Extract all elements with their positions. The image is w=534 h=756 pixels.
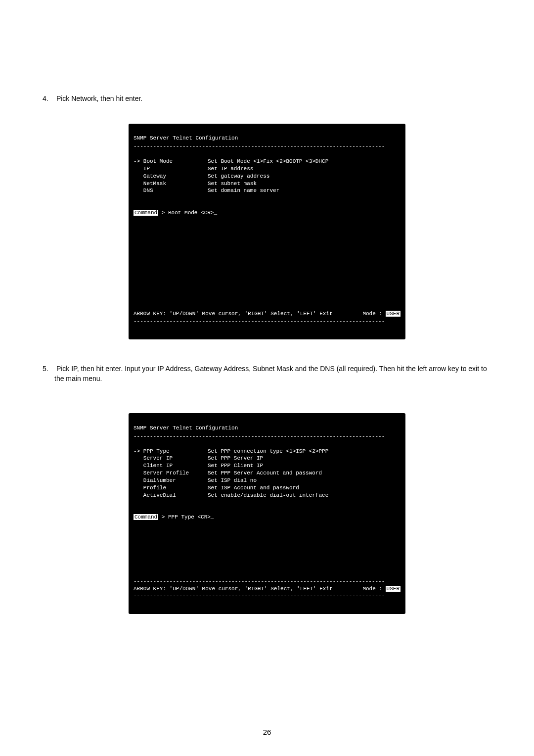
terminal1-status-bar: ARROW KEY: 'UP/DOWN' Move cursor, 'RIGHT… xyxy=(134,310,400,318)
menu-item-dialnumber: DialNumberSet ISP dial no xyxy=(134,477,400,484)
menu-item-dns: DNSSet domain name server xyxy=(134,187,400,194)
menu-item-netmask: NetMaskSet subnet mask xyxy=(134,180,400,188)
menu-item-server-ip: Server IPSet PPP Server IP xyxy=(134,455,400,462)
page-number: 26 xyxy=(0,728,534,736)
terminal1-divider-top: ----------------------------------------… xyxy=(134,143,400,150)
menu-item-boot-mode: -> Boot ModeSet Boot Mode <1>Fix <2>BOOT… xyxy=(134,158,400,165)
status-mode: Mode : USER xyxy=(362,310,400,318)
terminal2-title: SNMP Server Telnet Configuration xyxy=(134,425,400,432)
terminal2-divider-bottom1: ----------------------------------------… xyxy=(134,578,400,585)
status-mode-2: Mode : USER xyxy=(362,585,400,593)
step-4: 4. Pick Network, then hit enter. xyxy=(40,94,494,104)
command-prompt-2: Command > PPP Type <CR>_ xyxy=(134,514,214,520)
terminal-screenshot-2: SNMP Server Telnet Configuration--------… xyxy=(129,413,405,614)
status-help-text: ARROW KEY: 'UP/DOWN' Move cursor, 'RIGHT… xyxy=(134,310,362,318)
step-4-number: 4. xyxy=(43,94,54,104)
status-help-text-2: ARROW KEY: 'UP/DOWN' Move cursor, 'RIGHT… xyxy=(134,585,362,593)
document-page: 4. Pick Network, then hit enter. SNMP Se… xyxy=(0,0,534,756)
terminal2-divider-top: ----------------------------------------… xyxy=(134,433,400,440)
status-mode-value-2: USER xyxy=(386,586,400,592)
step-5-number: 5. xyxy=(43,364,54,374)
terminal1-blank-area xyxy=(134,217,400,296)
terminal1-title: SNMP Server Telnet Configuration xyxy=(134,135,400,142)
command-label-hilite-2: Command xyxy=(134,514,158,520)
command-prompt: Command > Boot Mode <CR>_ xyxy=(134,210,217,216)
terminal-screenshot-1: SNMP Server Telnet Configuration--------… xyxy=(129,124,405,339)
status-mode-value: USER xyxy=(386,311,400,317)
menu-item-ip: IPSet IP address xyxy=(134,165,400,173)
menu-item-profile: ProfileSet ISP Account and password xyxy=(134,484,400,492)
menu-item-server-profile: Server ProfileSet PPP Server Account and… xyxy=(134,470,400,477)
step-5: 5. Pick IP, then hit enter. Input your I… xyxy=(40,364,494,383)
terminal2-divider-bottom2: ----------------------------------------… xyxy=(134,592,400,600)
terminal2-status-bar: ARROW KEY: 'UP/DOWN' Move cursor, 'RIGHT… xyxy=(134,585,400,593)
step-5-text: Pick IP, then hit enter. Input your IP A… xyxy=(54,365,487,382)
terminal2-blank-area xyxy=(134,521,400,570)
menu-item-activedial: ActiveDialSet enable/disable dial-out in… xyxy=(134,492,400,499)
command-text: > Boot Mode <CR>_ xyxy=(158,210,217,216)
step-4-text: Pick Network, then hit enter. xyxy=(56,94,142,102)
command-label-hilite: Command xyxy=(134,210,158,216)
menu-item-gateway: GatewaySet gateway address xyxy=(134,173,400,180)
menu-item-ppp-type: -> PPP TypeSet PPP connection type <1>IS… xyxy=(134,448,400,455)
terminal1-divider-bottom2: ----------------------------------------… xyxy=(134,318,400,325)
terminal1-divider-bottom1: ----------------------------------------… xyxy=(134,303,400,311)
menu-item-client-ip: Client IPSet PPP Client IP xyxy=(134,462,400,470)
command-text-2: > PPP Type <CR>_ xyxy=(158,514,214,520)
